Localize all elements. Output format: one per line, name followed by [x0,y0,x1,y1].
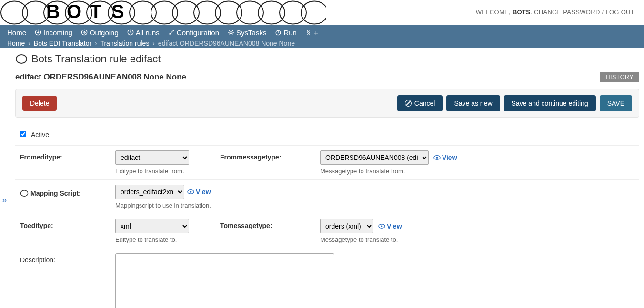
toeditype-help: Editype to translate to. [115,236,220,243]
save-button[interactable]: SAVE [600,95,632,111]
svg-point-30 [190,191,192,193]
breadcrumb-home[interactable]: Home [7,40,25,47]
mapping-select[interactable]: orders_edifact2xml [115,185,184,199]
toeditype-label: Toeditype: [20,219,115,233]
description-textarea[interactable] [115,253,334,308]
svg-text:§: § [307,29,310,36]
history-button[interactable]: HISTORY [600,72,639,82]
svg-point-12 [258,1,285,24]
frommessagetype-label: Frommessagetype: [220,150,320,165]
tools-icon [168,29,175,36]
bots-logo: B O T S [0,0,326,25]
svg-point-1 [22,1,49,24]
frommessagetype-help: Messagetype to translate from. [320,168,405,175]
fromeditype-select[interactable]: edifact [115,150,189,165]
svg-point-8 [172,1,199,24]
svg-text:B: B [46,1,60,22]
object-title: edifact ORDERSD96AUNEAN008 None None [15,72,186,82]
frommessagetype-view-link[interactable]: View [433,154,457,161]
svg-point-28 [20,190,28,196]
save-continue-button[interactable]: Save and continue editing [504,95,596,111]
toeditype-select[interactable]: xml [115,219,189,233]
active-checkbox[interactable] [20,131,26,137]
chainlink-icon [20,189,29,197]
fromeditype-label: Fromeditype: [20,150,115,165]
svg-point-9 [194,1,221,24]
power-icon [275,29,282,36]
save-as-new-button[interactable]: Save as new [446,95,500,111]
svg-point-13 [280,1,306,24]
nav-incoming[interactable]: Incoming [35,29,72,37]
nav-home[interactable]: Home [7,29,26,37]
breadcrumb: Home › Bots EDI Translator › Translation… [7,40,637,47]
nav-plus[interactable]: § + [305,29,318,37]
breadcrumb-current: edifact ORDERSD96AUNEAN008 None None [158,40,295,47]
tomessagetype-select[interactable]: orders (xml) [320,219,373,233]
nav-configuration[interactable]: Configuration [168,29,219,37]
svg-point-27 [436,157,438,159]
main-nav: Home Incoming Outgoing All runs Configur… [0,25,644,48]
breadcrumb-model[interactable]: Translation rules [100,40,149,47]
svg-text:S: S [111,1,124,22]
welcome-text: WELCOME, [476,9,513,16]
mapping-label-wrap: Mapping Script: [20,185,115,199]
change-password-link[interactable]: CHANGE PASSWORD [534,9,600,16]
eye-icon [433,155,441,160]
svg-point-25 [16,55,27,63]
incoming-icon [35,29,41,36]
tomessagetype-label: Tomessagetype: [220,219,320,233]
active-label: Active [31,131,49,139]
username: BOTS [513,9,530,16]
svg-point-7 [151,1,178,24]
clock-icon [127,29,134,36]
svg-point-10 [215,1,242,24]
cancel-icon [405,100,412,107]
nav-allruns[interactable]: All runs [127,29,160,37]
page-title: Bots Translation rule edifact [31,53,161,65]
frommessagetype-select[interactable]: ORDERSD96AUNEAN008 (edifact) [320,150,429,165]
svg-point-6 [130,1,156,24]
nav-run[interactable]: Run [275,29,297,37]
svg-point-32 [381,225,383,227]
chainlink-icon [15,54,28,64]
page-title-row: Bots Translation rule edifact [15,53,644,65]
eye-icon [378,224,385,229]
action-bar: Delete Cancel Save as new Save and conti… [15,89,639,118]
svg-point-22 [230,31,232,33]
gear-icon [228,29,234,36]
svg-text:T: T [90,1,101,22]
nav-systasks[interactable]: SysTasks [228,29,266,37]
eye-icon [187,189,194,194]
description-label: Description: [20,253,115,308]
section-icon: § [305,29,312,36]
svg-text:O: O [67,1,81,22]
mapping-view-link[interactable]: View [187,188,211,196]
svg-point-11 [237,1,263,24]
breadcrumb-app[interactable]: Bots EDI Translator [34,40,91,47]
header: B O T S WELCOME, BOTS. CHANGE PASSWORD /… [0,0,644,25]
outgoing-icon [81,29,88,36]
svg-point-0 [1,1,28,24]
svg-point-14 [301,1,326,24]
user-links: WELCOME, BOTS. CHANGE PASSWORD / LOG OUT [476,9,634,16]
nav-outgoing[interactable]: Outgoing [81,29,119,37]
tomessagetype-help: Messagetype to translate to. [320,236,398,243]
delete-button[interactable]: Delete [22,96,57,111]
fromeditype-help: Editype to translate from. [115,168,220,175]
field-active: Active [15,128,639,146]
cancel-button[interactable]: Cancel [397,95,443,111]
mapping-help: Mappingscript to use in translation. [115,202,211,209]
expand-sidebar-icon[interactable]: » [2,195,7,205]
logout-link[interactable]: LOG OUT [605,9,634,16]
tomessagetype-view-link[interactable]: View [378,222,402,230]
